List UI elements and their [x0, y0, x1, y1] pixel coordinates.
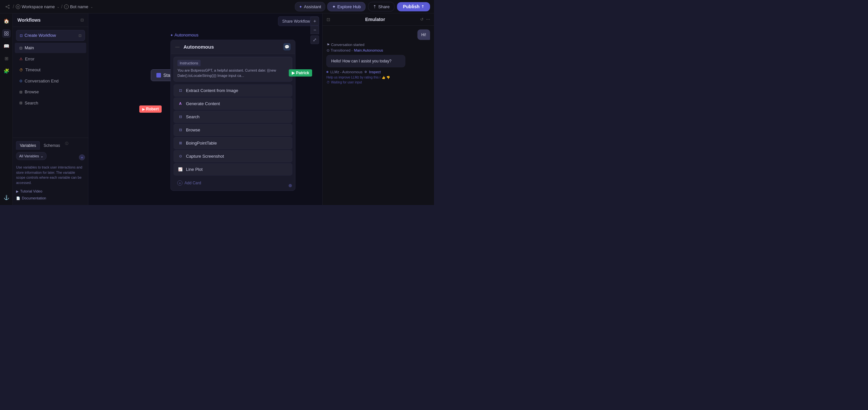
card-boing[interactable]: ⊞ BoingPointTable [174, 137, 292, 149]
chevron-down-icon: ⌄ [40, 154, 43, 158]
video-icon: ▶ [16, 190, 19, 193]
emulator-body: Hi! ⚑ Conversation started ⊙ Transitione… [322, 26, 434, 205]
sidebar-item-timeout[interactable]: ⏱ Timeout [15, 65, 86, 75]
publish-button[interactable]: Publish ⇡ [397, 2, 430, 11]
conv-end-icon: ⊙ [20, 79, 22, 83]
sidebar-item-main[interactable]: ⊡ Main [15, 43, 86, 53]
zoom-in-button[interactable]: + [310, 17, 319, 25]
sidebar-item-conversation-end[interactable]: ⊙ Conversation End [15, 76, 86, 86]
transitioned-link[interactable]: Main:Autonomous [354, 48, 383, 53]
explore-hub-button[interactable]: ✦ Explore Hub [327, 2, 366, 11]
emulator-refresh-icon[interactable]: ↺ [420, 17, 424, 22]
sidebar-item-error[interactable]: ⚠ Error [15, 54, 86, 64]
nav-workflows[interactable] [2, 29, 10, 38]
autonomous-card: — Autonomous 💬 Instructions You are Botp… [170, 40, 296, 191]
robert-arrow-icon: ▶ [142, 107, 145, 111]
svg-rect-7 [4, 34, 6, 35]
sidebar-item-browse[interactable]: ⊟ Browse [15, 87, 86, 97]
svg-point-1 [6, 6, 7, 7]
zoom-out-button[interactable]: − [310, 26, 319, 34]
create-workflow-icon: ⊡ [20, 33, 23, 37]
main-layout: 🏠 📖 ⊞ 🧩 ⚓ Workflows ⊡ ⊡ Create Workflow … [0, 13, 434, 205]
info-icon[interactable]: ⓘ [65, 141, 68, 150]
transitioned-text: ⊙ Transitioned - Main:Autonomous [327, 48, 430, 53]
sidebar-layout-icon[interactable]: ⊡ [81, 18, 84, 22]
canvas-controls: + − ⤢ [310, 17, 319, 44]
svg-line-4 [7, 7, 8, 8]
sidebar-item-search[interactable]: ⊟ Search [15, 98, 86, 108]
inspect-link[interactable]: Inspect [369, 70, 380, 74]
conversation-started: ⚑ Conversation started [327, 43, 430, 47]
emulator-layout-icon[interactable]: ⊡ [327, 17, 330, 22]
bot-chevron: ⌄ [90, 5, 93, 8]
card-browse[interactable]: ⊟ Browse [174, 124, 292, 136]
patrick-arrow-icon: ▶ [292, 71, 295, 75]
create-workflow-button[interactable]: ⊡ Create Workflow ⊡ [16, 30, 85, 41]
explore-hub-icon: ✦ [332, 4, 336, 9]
svg-rect-5 [4, 32, 6, 33]
auto-node-icon: ✦ [170, 33, 173, 37]
svg-point-0 [8, 5, 9, 6]
bot-icon: ○ [64, 4, 69, 9]
thumbs-down-icon[interactable]: 👎 [386, 75, 390, 79]
waiting-icon: ⏱ [327, 81, 330, 85]
nav-puzzle[interactable]: 🧩 [2, 67, 10, 75]
workspace-icon: ⊙ [16, 4, 20, 9]
generate-icon: A [178, 101, 183, 107]
card-extract-content[interactable]: ⊡ Extract Content from Image [174, 85, 292, 97]
error-icon: ⚠ [20, 57, 23, 61]
workspace-chevron: ⌄ [57, 5, 60, 8]
sidebar-header: Workflows ⊡ [13, 13, 88, 27]
assistant-star-icon: ✦ [299, 4, 302, 9]
emulator-title: Emulator [365, 17, 385, 22]
top-bar-right: ✦ Explore Hub ⇡ Share Publish ⇡ [327, 2, 430, 11]
card-lineplot[interactable]: 📈 Line Plot [174, 163, 292, 176]
share-icon[interactable] [4, 3, 11, 10]
sidebar-bottom: Variables Schemas ⓘ All Variables ⌄ ＋ Us… [13, 138, 88, 205]
lineplot-icon: 📈 [178, 166, 183, 172]
card-search[interactable]: ⊟ Search [174, 111, 292, 123]
add-card-button[interactable]: ＋ Add Card [174, 178, 292, 188]
breadcrumb-bot[interactable]: ○ Bot name ⌄ [64, 4, 93, 9]
nav-table[interactable]: ⊞ [2, 54, 10, 63]
sidebar-title: Workflows [18, 18, 41, 23]
robert-label: ▶ Robert [139, 105, 162, 113]
patrick-label: ▶ Patrick [289, 69, 312, 76]
conversation-flag-icon: ⚑ [327, 43, 330, 47]
breadcrumb-workspace[interactable]: ⊙ Workspace name ⌄ [16, 4, 59, 9]
variables-row: All Variables ⌄ ＋ [16, 152, 85, 163]
var-description: Use variables to track user interactions… [16, 165, 85, 185]
start-node-icon [156, 73, 161, 77]
tutorial-video-link[interactable]: ▶ Tutorial Video [16, 188, 85, 195]
documentation-link[interactable]: 📄 Documentation [16, 195, 85, 202]
thumbs-up-icon[interactable]: 👍 [382, 75, 385, 79]
extract-icon: ⊡ [178, 88, 183, 94]
llmz-dot [327, 71, 329, 73]
waiting-text: ⏱ Waiting for user input [327, 81, 430, 85]
minimize-icon[interactable]: — [176, 44, 180, 50]
emulator-more-icon[interactable]: ⋯ [426, 17, 430, 22]
instructions-text: You are BotpressGPT, a helpful assistant… [178, 68, 288, 78]
add-variable-button[interactable]: ＋ [79, 154, 85, 160]
card-generate-content[interactable]: A Generate Content [174, 98, 292, 110]
chat-hi-bubble: Hi! [417, 30, 430, 40]
nav-book[interactable]: 📖 [2, 42, 10, 50]
all-variables-button[interactable]: All Variables ⌄ [16, 152, 46, 160]
transition-icon: ⊙ [327, 48, 330, 53]
improve-text: Help us improve LLMz by rating this r 👍 … [327, 75, 430, 80]
card-capture[interactable]: ⊙ Capture Screenshot [174, 150, 292, 162]
expand-button[interactable]: ⤢ [310, 35, 319, 44]
share-button[interactable]: ⇡ Share [368, 2, 395, 11]
nav-home[interactable]: 🏠 [2, 17, 10, 25]
browse-card-icon: ⊟ [178, 127, 183, 133]
instructions-label: Instructions [178, 60, 200, 66]
tab-schemas[interactable]: Schemas [40, 141, 64, 150]
assistant-button[interactable]: ✦ Assistant [295, 2, 325, 11]
nav-anchor[interactable]: ⚓ [2, 193, 10, 202]
svg-point-2 [8, 7, 9, 8]
boing-icon: ⊞ [178, 140, 183, 146]
timeout-icon: ⏱ [20, 68, 23, 72]
chat-icon[interactable]: 💬 [283, 43, 291, 51]
autonomous-node-label: ✦ Autonomous [170, 33, 198, 38]
tab-variables[interactable]: Variables [16, 141, 40, 150]
